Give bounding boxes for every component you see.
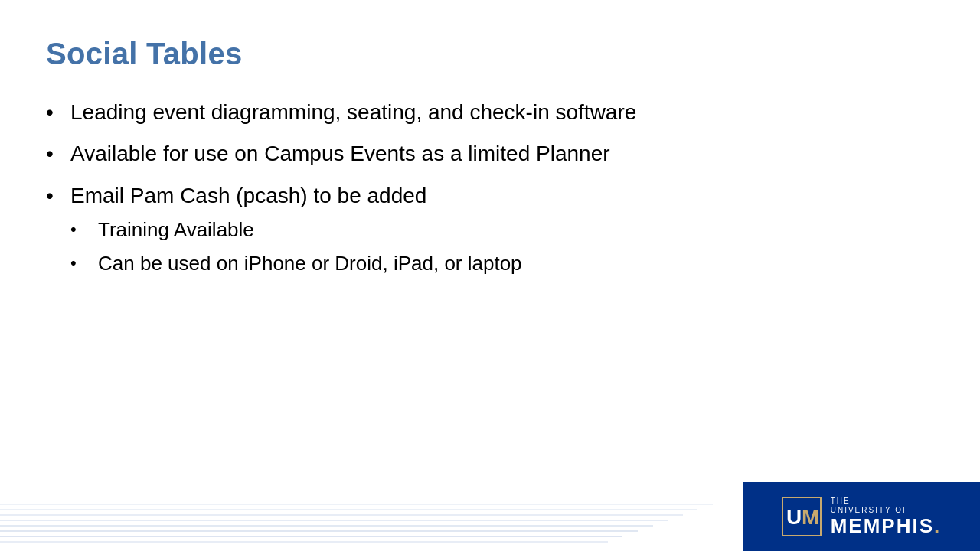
sub-bullet-text: Can be used on iPhone or Droid, iPad, or… bbox=[98, 251, 522, 277]
sub-bullet-icon: • bbox=[70, 253, 98, 275]
sub-bullet-text: Training Available bbox=[98, 217, 254, 243]
university-logo: U M THE UNIVERSITY OF MEMPHIS. bbox=[743, 482, 980, 551]
list-item: • Training Available bbox=[70, 217, 522, 243]
bullet-list: • Leading event diagramming, seating, an… bbox=[46, 99, 934, 285]
decorative-line bbox=[0, 536, 622, 537]
logo-text: THE UNIVERSITY OF MEMPHIS. bbox=[831, 497, 942, 537]
sub-bullet-list: • Training Available • Can be used on iP… bbox=[70, 217, 522, 277]
decorative-line bbox=[0, 520, 668, 521]
decorative-line bbox=[0, 509, 697, 510]
content-area: Social Tables • Leading event diagrammin… bbox=[0, 0, 980, 285]
decorative-line bbox=[0, 504, 713, 505]
logo-dot: . bbox=[934, 514, 941, 537]
bullet-text: Leading event diagramming, seating, and … bbox=[70, 99, 636, 126]
bullet-text: Available for use on Campus Events as a … bbox=[70, 140, 610, 168]
slide: Social Tables • Leading event diagrammin… bbox=[0, 0, 980, 551]
bullet-with-sub: Email Pam Cash (pcash) to be added • Tra… bbox=[70, 182, 522, 285]
decorative-line bbox=[0, 530, 638, 532]
svg-text:U: U bbox=[786, 505, 802, 529]
bullet-icon: • bbox=[46, 182, 70, 210]
decorative-line bbox=[0, 541, 608, 543]
bullet-icon: • bbox=[46, 99, 70, 126]
decorative-lines bbox=[0, 482, 750, 551]
svg-text:M: M bbox=[802, 505, 819, 529]
list-item: • Available for use on Campus Events as … bbox=[46, 140, 934, 168]
um-logo-mark: U M bbox=[782, 497, 822, 536]
list-item: • Can be used on iPhone or Droid, iPad, … bbox=[70, 251, 522, 277]
list-item: • Email Pam Cash (pcash) to be added • T… bbox=[46, 182, 934, 285]
list-item: • Leading event diagramming, seating, an… bbox=[46, 99, 934, 126]
decorative-line bbox=[0, 525, 653, 527]
decorative-line bbox=[0, 514, 683, 516]
memphis-word: MEMPHIS bbox=[831, 514, 934, 537]
bullet-text: Email Pam Cash (pcash) to be added bbox=[70, 184, 426, 207]
sub-bullet-icon: • bbox=[70, 219, 98, 241]
logo-the-text: THE bbox=[831, 497, 942, 506]
logo-memphis-text: MEMPHIS. bbox=[831, 515, 942, 537]
slide-title: Social Tables bbox=[46, 37, 934, 71]
bullet-icon: • bbox=[46, 140, 70, 168]
